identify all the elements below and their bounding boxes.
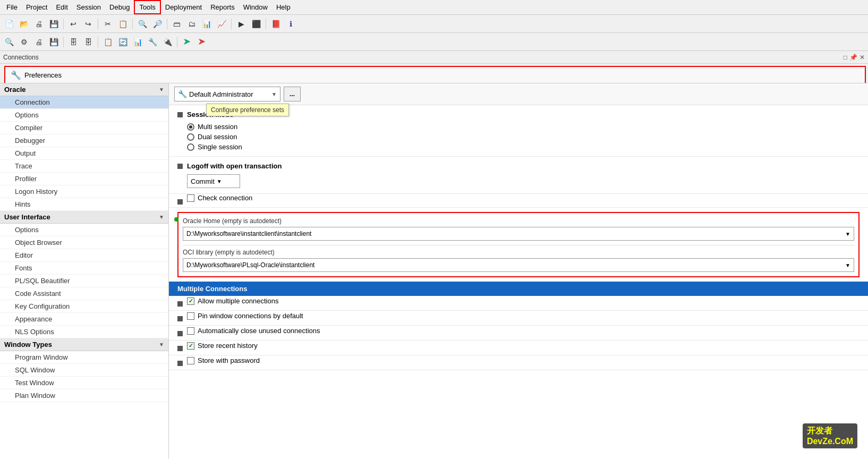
sidebar-item-hints[interactable]: Hints xyxy=(0,198,168,211)
tb-db4[interactable]: 📈 xyxy=(215,17,228,31)
sidebar-item-sql-window[interactable]: SQL Window xyxy=(0,364,168,377)
tb2-chart[interactable]: 📊 xyxy=(131,35,144,49)
sidebar-item-connection[interactable]: Connection xyxy=(0,96,168,109)
sidebar-item-output[interactable]: Output xyxy=(0,147,168,160)
tb2-db2[interactable]: 🗄 xyxy=(81,35,95,49)
check-connection-section: Check connection xyxy=(169,194,868,208)
tb-find[interactable]: 🔍 xyxy=(135,17,149,31)
tb2-arrow-right2[interactable]: ⮞ xyxy=(195,35,209,49)
radio-multi-session[interactable]: Multi session xyxy=(187,123,860,131)
panel-close-icon[interactable]: ✕ xyxy=(860,54,865,61)
radio-single-session[interactable]: Single session xyxy=(187,143,860,151)
menu-deployment[interactable]: Deployment xyxy=(161,0,206,14)
sidebar-item-logon-history[interactable]: Logon History xyxy=(0,185,168,198)
tb-run[interactable]: ▶ xyxy=(234,17,248,31)
sidebar-item-editor[interactable]: Editor xyxy=(0,249,168,262)
tb2-db1[interactable]: 🗄 xyxy=(66,35,80,49)
tb-db1[interactable]: 🗃 xyxy=(170,17,184,31)
tb-open[interactable]: 📂 xyxy=(17,17,31,31)
sidebar-item-plan-window[interactable]: Plan Window xyxy=(0,389,168,402)
preferences-tab[interactable]: 🔧 Preferences xyxy=(4,66,866,83)
sidebar-item-trace[interactable]: Trace xyxy=(0,160,168,173)
tb-info[interactable]: ℹ xyxy=(284,17,297,31)
sidebar-item-profiler[interactable]: Profiler xyxy=(0,173,168,185)
oracle-group-header[interactable]: Oracle ▼ xyxy=(0,83,168,96)
tb2-arrow-right[interactable]: ⮞ xyxy=(180,35,194,49)
panel-pin-icon[interactable]: 📌 xyxy=(849,54,857,61)
oci-library-dropdown[interactable]: D:\Myworksoftware\PLsql-Oracle\instantcl… xyxy=(183,258,854,272)
tb2-save[interactable]: 💾 xyxy=(47,35,61,49)
auto-close-checkbox[interactable] xyxy=(187,327,194,335)
menu-window[interactable]: Window xyxy=(239,0,272,14)
ui-group-header[interactable]: User Interface ▼ xyxy=(0,211,168,224)
sidebar-item-ui-options[interactable]: Options xyxy=(0,224,168,236)
panel-minimize-icon[interactable]: □ xyxy=(844,54,847,61)
tb-save[interactable]: 💾 xyxy=(47,17,61,31)
menu-file[interactable]: File xyxy=(2,0,22,14)
oracle-home-green-dot xyxy=(174,217,178,222)
pref-set-dropdown[interactable]: 🔧 Default Administrator ▼ xyxy=(174,87,280,101)
allow-multiple-item[interactable]: ✓ Allow multiple connections xyxy=(187,297,860,305)
menu-help[interactable]: Help xyxy=(272,0,295,14)
tb2-print[interactable]: 🖨 xyxy=(32,35,46,49)
sidebar-item-appearance[interactable]: Appearance xyxy=(0,313,168,326)
tb2-list[interactable]: 📋 xyxy=(101,35,115,49)
store-password-checkbox[interactable] xyxy=(187,357,194,364)
recent-history-checkbox[interactable]: ✓ xyxy=(187,342,194,350)
check-connection-item[interactable]: Check connection xyxy=(187,194,860,202)
sidebar-item-options[interactable]: Options xyxy=(0,109,168,122)
check-connection-checkbox[interactable] xyxy=(187,194,194,202)
sidebar-item-compiler[interactable]: Compiler xyxy=(0,122,168,134)
tb-cut[interactable]: ✂ xyxy=(101,17,115,31)
window-group-arrow[interactable]: ▼ xyxy=(159,342,164,347)
toolbar-2: 🔍 ⚙ 🖨 💾 🗄 🗄 📋 🔄 📊 🔧 🔌 ⮞ ⮞ xyxy=(0,33,868,51)
sidebar-item-code-assistant[interactable]: Code Assistant xyxy=(0,287,168,300)
tb2-gear[interactable]: ⚙ xyxy=(17,35,31,49)
oracle-group-arrow[interactable]: ▼ xyxy=(159,87,164,92)
tb-db3[interactable]: 📊 xyxy=(200,17,214,31)
menu-session[interactable]: Session xyxy=(72,0,105,14)
tb-redo[interactable]: ↪ xyxy=(81,17,95,31)
tb-db2[interactable]: 🗂 xyxy=(185,17,199,31)
sidebar-item-object-browser[interactable]: Object Browser xyxy=(0,236,168,249)
allow-multiple-checkbox[interactable]: ✓ xyxy=(187,298,194,305)
sidebar-item-fonts[interactable]: Fonts xyxy=(0,262,168,275)
tb-stop[interactable]: ⬛ xyxy=(249,17,263,31)
pin-window-item[interactable]: Pin window connections by default xyxy=(187,312,860,320)
menu-tools[interactable]: Tools xyxy=(134,0,160,14)
toolbar-1: 📄 📂 🖨 💾 ↩ ↪ ✂ 📋 🔍 🔎 🗃 🗂 📊 📈 ▶ ⬛ 📕 ℹ xyxy=(0,15,868,33)
tb-find2[interactable]: 🔎 xyxy=(150,17,164,31)
tb-copy[interactable]: 📋 xyxy=(116,17,130,31)
tb2-plug[interactable]: 🔌 xyxy=(160,35,174,49)
sidebar-item-test-window[interactable]: Test Window xyxy=(0,377,168,389)
window-group-header[interactable]: Window Types ▼ xyxy=(0,338,168,351)
recent-history-square xyxy=(177,346,183,351)
oracle-home-dropdown[interactable]: D:\Myworksoftware\instantclient\instantc… xyxy=(183,227,854,241)
menu-reports[interactable]: Reports xyxy=(206,0,239,14)
sidebar-item-nls-options[interactable]: NLS Options xyxy=(0,326,168,338)
tb-print[interactable]: 🖨 xyxy=(32,17,46,31)
auto-close-item[interactable]: Automatically close unused connections xyxy=(187,327,860,335)
pin-window-checkbox[interactable] xyxy=(187,312,194,320)
tb2-refresh[interactable]: 🔄 xyxy=(116,35,130,49)
radio-dual-session[interactable]: Dual session xyxy=(187,133,860,141)
tb2-search[interactable]: 🔍 xyxy=(2,35,16,49)
logoff-square xyxy=(177,164,183,169)
pref-set-configure-btn[interactable]: ... xyxy=(284,87,301,101)
recent-history-item[interactable]: ✓ Store recent history xyxy=(187,342,860,350)
menu-project[interactable]: Project xyxy=(22,0,52,14)
tb-pdf[interactable]: 📕 xyxy=(269,17,283,31)
sidebar-item-key-configuration[interactable]: Key Configuration xyxy=(0,300,168,313)
tb-undo[interactable]: ↩ xyxy=(66,17,80,31)
logoff-dropdown[interactable]: Commit ▼ xyxy=(187,174,240,188)
sidebar-item-debugger[interactable]: Debugger xyxy=(0,134,168,147)
ui-group-arrow[interactable]: ▼ xyxy=(159,214,164,220)
sep1 xyxy=(63,19,64,29)
sidebar-item-program-window[interactable]: Program Window xyxy=(0,351,168,364)
tb-new[interactable]: 📄 xyxy=(2,17,16,31)
menu-edit[interactable]: Edit xyxy=(52,0,72,14)
tb2-wrench[interactable]: 🔧 xyxy=(146,35,159,49)
sidebar-item-plsql-beautifier[interactable]: PL/SQL Beautifier xyxy=(0,275,168,287)
menu-debug[interactable]: Debug xyxy=(105,0,134,14)
store-password-item[interactable]: Store with password xyxy=(187,356,860,364)
